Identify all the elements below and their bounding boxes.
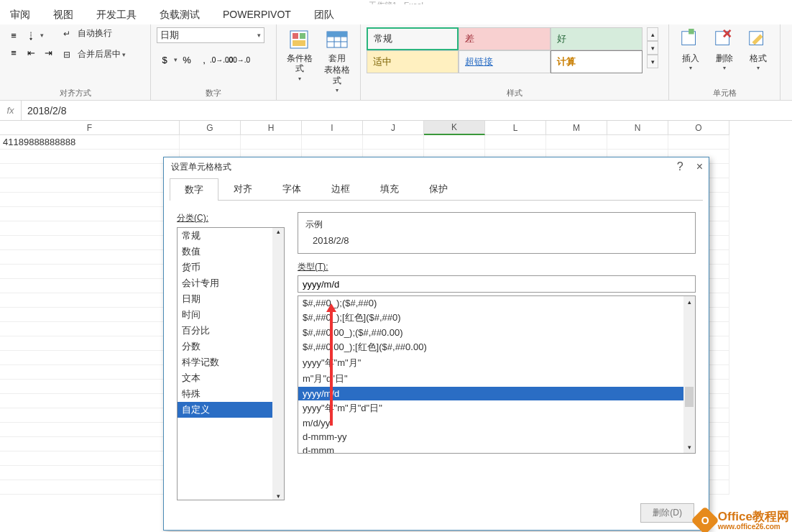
insert-cells-button[interactable]: 插入▾: [675, 27, 706, 73]
format-scrollbar[interactable]: ▴ ▾: [683, 296, 695, 453]
cell[interactable]: [180, 135, 241, 150]
cell-F1[interactable]: 41189888888888: [0, 135, 180, 150]
scroll-down-icon[interactable]: ▾: [683, 441, 695, 453]
list-item[interactable]: m"月"d"日": [298, 371, 695, 387]
cell[interactable]: [0, 336, 180, 351]
cat-fraction[interactable]: 分数: [178, 339, 284, 354]
cat-time[interactable]: 时间: [178, 307, 284, 323]
format-cells-button[interactable]: 格式▾: [743, 27, 774, 73]
cell[interactable]: [0, 380, 180, 394]
merge-center-button[interactable]: ⊟ 合并后居中 ▾: [63, 48, 126, 60]
currency-icon[interactable]: $: [157, 52, 172, 68]
cat-accounting[interactable]: 会计专用: [178, 275, 284, 291]
fx-icon[interactable]: fx: [0, 101, 22, 120]
col-header-M[interactable]: M: [546, 121, 607, 135]
cell[interactable]: [241, 135, 302, 150]
cell[interactable]: [0, 466, 180, 480]
cell[interactable]: [0, 207, 180, 221]
list-item[interactable]: d-mmm-yy: [298, 430, 695, 444]
delete-format-button[interactable]: 删除(D): [640, 503, 694, 523]
style-normal[interactable]: 常规: [367, 27, 459, 50]
col-header-H[interactable]: H: [241, 121, 302, 135]
style-gallery-scroll[interactable]: ▴ ▾ ▾: [647, 27, 658, 68]
list-item[interactable]: $#,##0_);($#,##0): [298, 296, 695, 310]
col-header-I[interactable]: I: [302, 121, 363, 135]
cell[interactable]: [0, 164, 180, 178]
cat-scientific[interactable]: 科学记数: [178, 354, 284, 370]
cell[interactable]: [0, 423, 180, 437]
list-item[interactable]: yyyy"年"m"月": [298, 355, 695, 371]
tab-fill[interactable]: 填充: [365, 178, 414, 200]
cat-special[interactable]: 特殊: [178, 386, 284, 402]
indent-decrease-icon[interactable]: ⇤: [23, 45, 39, 60]
cat-date[interactable]: 日期: [178, 291, 284, 307]
list-item[interactable]: yyyy"年"m"月"d"日": [298, 400, 695, 416]
list-item[interactable]: m/d/yy: [298, 416, 695, 430]
tab-font[interactable]: 字体: [267, 178, 316, 200]
scroll-up-icon[interactable]: ▴: [647, 27, 658, 41]
cat-currency[interactable]: 货币: [178, 260, 284, 275]
cell[interactable]: [485, 135, 546, 150]
list-item[interactable]: $#,##0_);[红色]($#,##0): [298, 310, 695, 326]
cell[interactable]: [0, 480, 180, 495]
formula-value[interactable]: 2018/2/8: [22, 105, 792, 116]
scroll-down-icon[interactable]: ▾: [647, 41, 658, 55]
cat-general[interactable]: 常规: [178, 228, 284, 244]
style-good[interactable]: 好: [551, 27, 643, 50]
tab-review[interactable]: 审阅: [10, 9, 30, 22]
cell[interactable]: [0, 394, 180, 408]
category-list[interactable]: 常规 数值 货币 会计专用 日期 时间 百分比 分数 科学记数 文本 特殊 自定…: [177, 227, 285, 500]
cell[interactable]: [0, 265, 180, 279]
tab-team[interactable]: 团队: [314, 9, 334, 22]
align-left-icon[interactable]: ≡: [6, 45, 22, 60]
conditional-format-button[interactable]: 条件格式 ▾: [282, 27, 317, 83]
col-header-G[interactable]: G: [180, 121, 241, 135]
indent-increase-icon[interactable]: ⇥: [40, 45, 56, 60]
cell[interactable]: [607, 135, 668, 150]
cell[interactable]: [0, 451, 180, 466]
list-item[interactable]: $#,##0.00_);($#,##0.00): [298, 326, 695, 339]
tab-loadtest[interactable]: 负载测试: [160, 9, 200, 22]
cell[interactable]: [0, 250, 180, 265]
tab-protection[interactable]: 保护: [414, 178, 463, 200]
help-icon[interactable]: ?: [677, 160, 683, 173]
col-header-F[interactable]: F: [0, 121, 180, 135]
cell[interactable]: [0, 408, 180, 423]
wrap-text-button[interactable]: ↵ 自动换行: [63, 27, 126, 40]
percent-icon[interactable]: %: [179, 52, 195, 68]
cell[interactable]: [302, 135, 363, 150]
cell[interactable]: [0, 365, 180, 380]
style-neutral[interactable]: 适中: [367, 50, 459, 73]
cat-text[interactable]: 文本: [178, 370, 284, 386]
cell[interactable]: [0, 308, 180, 322]
col-header-L[interactable]: L: [485, 121, 546, 135]
cell-styles-gallery[interactable]: 常规 差 好 适中 超链接 计算: [367, 27, 643, 73]
scroll-up-icon[interactable]: ▴: [277, 228, 280, 235]
cell[interactable]: [0, 293, 180, 308]
cat-custom[interactable]: 自定义: [178, 402, 284, 418]
cell[interactable]: [363, 135, 424, 150]
tab-alignment[interactable]: 对齐: [218, 178, 267, 200]
cell[interactable]: [0, 193, 180, 207]
tab-powerpivot[interactable]: POWERPIVOT: [223, 9, 291, 22]
cat-percentage[interactable]: 百分比: [178, 323, 284, 339]
style-hyperlink[interactable]: 超链接: [459, 50, 551, 73]
type-input[interactable]: [298, 275, 696, 293]
category-scrollbar[interactable]: ▴▾: [272, 228, 284, 500]
align-top-icon[interactable]: ≡: [6, 27, 22, 43]
cell[interactable]: [0, 351, 180, 365]
scroll-up-icon[interactable]: ▴: [683, 296, 695, 308]
cell[interactable]: [0, 221, 180, 236]
col-header-N[interactable]: N: [607, 121, 668, 135]
number-format-dropdown[interactable]: 日期 ▾: [157, 27, 264, 43]
list-item[interactable]: $#,##0.00_);[红色]($#,##0.00): [298, 339, 695, 355]
cell[interactable]: [0, 322, 180, 336]
decrease-decimal-icon[interactable]: .00→.0: [231, 52, 247, 68]
tab-border[interactable]: 边框: [316, 178, 365, 200]
cell[interactable]: [0, 150, 180, 164]
cell[interactable]: [668, 135, 729, 150]
scroll-down-icon[interactable]: ▾: [277, 492, 280, 500]
cell[interactable]: [0, 437, 180, 451]
close-icon[interactable]: ×: [696, 160, 703, 173]
format-as-table-button[interactable]: 套用 表格格式 ▾: [320, 27, 354, 95]
